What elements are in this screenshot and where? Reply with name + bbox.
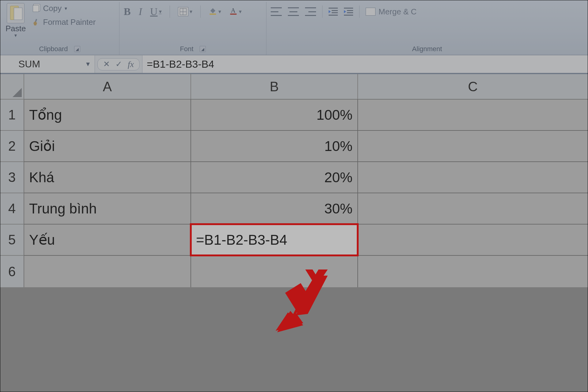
cell-c1[interactable]	[358, 99, 588, 130]
svg-rect-1	[209, 13, 216, 15]
svg-rect-0	[35, 19, 37, 22]
row-header[interactable]: 5	[0, 224, 24, 255]
dialog-launcher-icon[interactable]: ◢	[200, 46, 206, 52]
fill-color-icon	[209, 6, 217, 17]
format-painter-label: Format Painter	[43, 17, 96, 27]
chevron-down-icon: ▾	[65, 6, 67, 11]
ribbon-group-clipboard: Paste ▾ Copy ▾ Format Painter Clipboard	[0, 2, 119, 55]
format-painter-button[interactable]: Format Painter	[32, 17, 96, 27]
paste-icon	[7, 3, 24, 23]
cell-b5-active[interactable]: =B1-B2-B3-B4	[191, 224, 358, 255]
column-header-c[interactable]: C	[358, 74, 588, 99]
svg-rect-10	[285, 283, 312, 311]
group-label-clipboard: Clipboard	[39, 45, 68, 53]
format-painter-icon	[32, 19, 40, 26]
separator	[322, 6, 322, 18]
separator	[359, 6, 360, 18]
copy-button[interactable]: Copy ▾	[32, 4, 96, 13]
column-header-b[interactable]: B	[191, 74, 358, 99]
row-header[interactable]: 4	[0, 193, 24, 224]
cell-c6[interactable]	[358, 255, 588, 287]
name-box-value: SUM	[18, 58, 40, 70]
formula-bar: SUM ▼ ✕ ✓ fx =B1-B2-B3-B4	[0, 55, 588, 74]
svg-marker-5	[276, 312, 300, 331]
cell-a5[interactable]: Yếu	[24, 224, 191, 255]
formula-text: =B1-B2-B3-B4	[147, 58, 214, 70]
cell-b1[interactable]: 100%	[191, 99, 358, 130]
name-box[interactable]: SUM ▼	[0, 55, 95, 73]
cell-c2[interactable]	[358, 130, 588, 162]
insert-function-button[interactable]: fx	[128, 59, 134, 69]
cell-c4[interactable]	[358, 193, 588, 224]
cell-a1[interactable]: Tổng	[24, 99, 191, 130]
formula-enter-button[interactable]: ✓	[115, 59, 122, 69]
svg-rect-3	[230, 13, 236, 15]
paste-button[interactable]: Paste ▾	[3, 3, 30, 38]
ribbon: Paste ▾ Copy ▾ Format Painter Clipboard	[0, 0, 588, 55]
italic-button[interactable]: I	[139, 6, 142, 17]
dialog-launcher-icon[interactable]: ◢	[74, 46, 80, 52]
borders-icon	[178, 7, 188, 16]
fx-icon: fx	[128, 59, 134, 69]
cell-b6[interactable]	[191, 255, 358, 287]
borders-button[interactable]: ▾	[178, 7, 192, 16]
row-header[interactable]: 6	[0, 255, 24, 287]
cell-a2[interactable]: Giỏi	[24, 130, 191, 162]
cell-a4[interactable]: Trung bình	[24, 193, 191, 224]
chevron-down-icon: ▾	[14, 32, 17, 38]
group-label-alignment: Alignment	[412, 45, 442, 53]
cell-c5[interactable]	[358, 224, 588, 255]
align-right-button[interactable]	[305, 7, 316, 16]
cell-a3[interactable]: Khá	[24, 162, 191, 193]
font-color-icon: A	[229, 6, 238, 17]
formula-input[interactable]: =B1-B2-B3-B4	[142, 55, 588, 73]
bold-button[interactable]: B	[124, 6, 131, 17]
separator	[200, 6, 201, 18]
row-header[interactable]: 3	[0, 162, 24, 193]
merge-icon	[366, 8, 375, 16]
ribbon-group-font: B I U▾ ▾ ▾ A ▾	[119, 2, 266, 55]
select-all-button[interactable]	[0, 74, 24, 99]
group-label-font: Font	[180, 45, 193, 53]
decrease-indent-button[interactable]	[329, 8, 338, 16]
formula-cancel-button[interactable]: ✕	[103, 59, 110, 69]
ribbon-group-alignment: Merge & C Alignment ab▾ Wrap Text	[266, 2, 588, 55]
merge-center-button[interactable]: Merge & C	[366, 7, 417, 17]
increase-indent-button[interactable]	[344, 8, 353, 16]
separator	[170, 6, 170, 18]
worksheet: A B C 1 Tổng 100% 2 Giỏi 10% 3 Khá 20% 4…	[0, 74, 588, 287]
row-header[interactable]: 1	[0, 99, 24, 130]
cell-b2[interactable]: 10%	[191, 130, 358, 162]
cell-a6[interactable]	[24, 255, 191, 287]
paste-label: Paste	[6, 24, 26, 32]
font-color-button[interactable]: A ▾	[229, 6, 242, 17]
underline-button[interactable]: U▾	[150, 6, 162, 17]
svg-text:A: A	[231, 7, 236, 14]
copy-icon	[32, 5, 40, 12]
cell-b4[interactable]: 30%	[191, 193, 358, 224]
merge-label: Merge & C	[379, 7, 417, 17]
column-header-a[interactable]: A	[24, 74, 191, 99]
fill-color-button[interactable]: ▾	[209, 6, 221, 17]
cell-c3[interactable]	[358, 162, 588, 193]
chevron-down-icon: ▼	[85, 61, 91, 68]
align-center-button[interactable]	[288, 7, 299, 16]
cell-b3[interactable]: 20%	[191, 162, 358, 193]
align-left-button[interactable]	[271, 7, 282, 16]
svg-marker-8	[277, 311, 303, 332]
row-header[interactable]: 2	[0, 130, 24, 162]
copy-label: Copy	[43, 4, 62, 13]
